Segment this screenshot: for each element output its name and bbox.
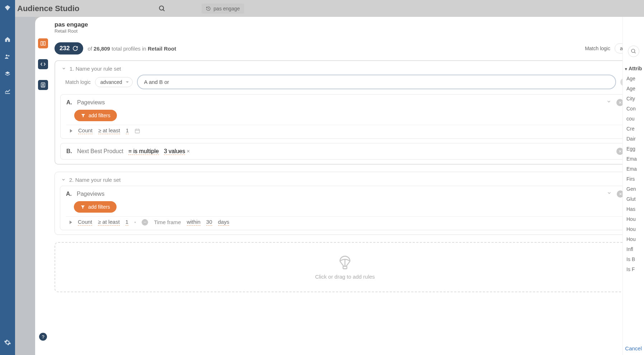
svg-rect-5 (43, 42, 45, 46)
chart-icon[interactable] (4, 87, 11, 95)
modal-header: pas engage Retail Root (55, 21, 635, 34)
rule-a: A. Pageviews ✕ add filters (60, 94, 630, 139)
timeframe-unit[interactable]: days (218, 219, 229, 226)
stats-text: of 26,809 total profiles in Retail Root (87, 46, 176, 52)
builder-tab-icon[interactable] (38, 38, 48, 48)
filter-icon (80, 204, 85, 209)
svg-point-13 (631, 49, 635, 52)
logic-expression-input[interactable] (137, 75, 616, 89)
audience-icon[interactable] (4, 53, 11, 60)
chevron-down-icon[interactable] (61, 178, 66, 182)
count-op[interactable]: ≥ at least (98, 127, 120, 134)
chevron-down-icon[interactable] (62, 66, 66, 71)
count-value[interactable]: 1 (126, 219, 128, 226)
layers-icon[interactable] (4, 70, 11, 77)
rule-letter: A. (66, 191, 72, 197)
attribute-item[interactable]: Is B (623, 254, 644, 264)
count-label[interactable]: Count (78, 127, 93, 134)
rule-attribute: Pageviews (77, 191, 104, 197)
chevron-down-icon[interactable] (606, 99, 611, 106)
rule-letter: A. (66, 99, 72, 106)
timeframe-num[interactable]: 30 (206, 219, 212, 226)
timeframe-label: Time frame (154, 219, 181, 225)
attribute-item[interactable]: Is F (623, 264, 644, 274)
match-logic-label: Match logic (65, 79, 91, 85)
ruleset-head[interactable]: 1. Name your rule set (55, 61, 635, 75)
attribute-item[interactable]: Egg (623, 144, 644, 154)
clear-icon[interactable]: ✕ (186, 149, 190, 154)
attribute-item[interactable]: Ema (623, 154, 644, 164)
attribute-item[interactable]: Hou (623, 214, 644, 224)
attribute-item[interactable]: Firs (623, 174, 644, 184)
attribute-item[interactable]: Ema (623, 164, 644, 174)
help-icon[interactable]: ? (39, 333, 47, 341)
gear-icon[interactable] (4, 339, 11, 346)
rule-b: B. Next Best Product = is multiple 3 val… (60, 143, 630, 160)
audience-editor-modal: ? pas engage Retail Root 232 of 26,809 t… (35, 17, 644, 355)
timeframe-within[interactable]: within (187, 219, 200, 226)
profile-count-pill[interactable]: 232 (55, 42, 83, 55)
attribute-item[interactable]: Gen (623, 184, 644, 194)
rule-attribute: Next Best Product (77, 148, 123, 155)
attribute-item[interactable]: Infl (623, 244, 644, 254)
profile-count: 232 (60, 45, 70, 52)
attribute-item[interactable]: Has (623, 204, 644, 214)
minus-icon[interactable]: − (142, 219, 148, 226)
modal-help[interactable]: ? (39, 333, 47, 341)
ruleset-2: 2. Name your rule set A. Pageviews ✕ (55, 172, 635, 235)
attribute-item[interactable]: Dair (623, 134, 644, 144)
attribute-item[interactable]: Cre (623, 124, 644, 134)
attribute-item[interactable]: Age (623, 84, 644, 94)
attribute-item[interactable]: Age (623, 74, 644, 84)
contacts-tab-icon[interactable] (38, 80, 48, 90)
attribute-item[interactable]: Con (623, 104, 644, 114)
ruleset-title: 1. Name your rule set (70, 66, 121, 72)
attributes-header[interactable]: ▾Attrib (623, 63, 644, 74)
svg-point-7 (42, 84, 43, 85)
refresh-icon[interactable] (72, 46, 78, 51)
count-line: Count ≥ at least 1 • − Time frame within… (66, 216, 624, 226)
attribute-item[interactable]: Hou (623, 224, 644, 234)
expand-icon[interactable] (70, 129, 72, 133)
cancel-button[interactable]: Cancel (625, 345, 642, 351)
chevron-down-icon[interactable] (607, 190, 612, 198)
stats-row: 232 of 26,809 total profiles in Retail R… (55, 42, 635, 55)
match-logic-label: Match logic (585, 46, 610, 51)
count-label[interactable]: Count (78, 219, 92, 226)
attribute-item[interactable]: cou (623, 114, 644, 124)
add-rules-dropzone[interactable]: Click or drag to add rules (55, 242, 635, 292)
logic-row: Match logic advanced ? (55, 75, 635, 94)
calendar-icon[interactable] (134, 128, 140, 134)
rule-a: A. Pageviews ✕ add filters (60, 186, 630, 230)
attributes-list: AgeAgeCityConcouCreDairEggEmaEmaFirsGenG… (623, 74, 644, 274)
attribute-item[interactable]: Hou (623, 234, 644, 244)
home-icon[interactable] (4, 36, 11, 43)
match-logic-select[interactable]: advanced (95, 77, 133, 87)
attributes-search-icon[interactable] (628, 46, 639, 57)
ruleset-1: 1. Name your rule set Match logic advanc… (55, 60, 635, 165)
ruleset-title: 2. Name your rule set (69, 177, 120, 183)
svg-rect-4 (41, 42, 43, 46)
attribute-item[interactable]: Glut (623, 194, 644, 204)
attribute-item[interactable]: City (623, 94, 644, 104)
audience-name: pas engage (55, 21, 635, 28)
attributes-panel: ▾Attrib AgeAgeCityConcouCreDairEggEmaEma… (622, 17, 644, 355)
add-filters-button[interactable]: add filters (74, 201, 117, 213)
edge-sidebar (0, 0, 15, 355)
filter-icon (81, 113, 86, 118)
parachute-icon (337, 255, 352, 270)
count-value[interactable]: 1 (126, 127, 129, 134)
ruleset-head[interactable]: 2. Name your rule set (55, 172, 635, 186)
diamond-icon[interactable] (4, 4, 11, 11)
svg-point-3 (8, 55, 9, 56)
svg-point-2 (6, 55, 8, 56)
add-filters-button[interactable]: add filters (74, 110, 117, 121)
svg-line-14 (634, 52, 635, 53)
rule-op[interactable]: = is multiple (128, 148, 159, 155)
rule-letter: B. (66, 148, 72, 155)
count-op[interactable]: ≥ at least (98, 219, 120, 226)
code-tab-icon[interactable] (38, 59, 48, 69)
expand-icon[interactable] (70, 221, 72, 224)
modal-left-icons: ? (35, 17, 51, 355)
modal-main: pas engage Retail Root 232 of 26,809 tot… (51, 17, 644, 355)
